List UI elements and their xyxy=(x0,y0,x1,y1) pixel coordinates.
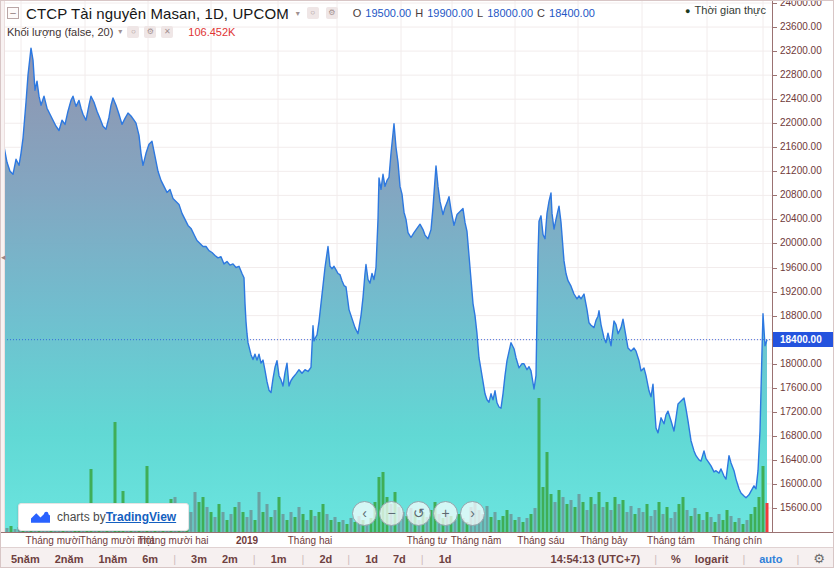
toolbar-separator: | xyxy=(173,553,176,565)
axis-tick xyxy=(773,436,777,437)
month-label: Tháng bảy xyxy=(580,535,627,546)
auto-scale-button[interactable]: auto xyxy=(759,553,782,565)
zoom-out-button[interactable]: − xyxy=(379,501,404,526)
ohlc-label: C xyxy=(537,7,545,19)
clock-label[interactable]: 14:54:13 (UTC+7) xyxy=(551,553,641,565)
bottom-toolbar: 5năm2năm1năm6m|3m2m|1m|2d|1d7d|1d 14:54:… xyxy=(1,547,834,568)
time-axis[interactable]: Tháng mườiTháng mười mộtTháng mười hai20… xyxy=(1,532,834,547)
range-button-1d[interactable]: 1d xyxy=(439,553,452,565)
tradingview-logo-icon xyxy=(31,511,50,523)
scroll-right-button[interactable]: › xyxy=(460,501,485,526)
indicator-settings-icon[interactable]: ⚙ xyxy=(144,26,156,38)
realtime-dot-icon: ● xyxy=(685,6,690,16)
price-tick-label: 21600.00 xyxy=(780,141,822,152)
axis-tick xyxy=(773,243,777,244)
axis-tick xyxy=(773,364,777,365)
current-price-chip: 18400.00 xyxy=(773,332,834,347)
month-label: 2019 xyxy=(236,535,258,546)
price-tick-label: 19600.00 xyxy=(780,262,822,273)
price-tick-label: 19200.00 xyxy=(780,286,822,297)
series-settings-icon[interactable]: ⚙ xyxy=(326,7,338,19)
indicator-delete-icon[interactable]: ✕ xyxy=(161,26,173,38)
axis-tick xyxy=(773,75,777,76)
axis-tick xyxy=(773,412,777,413)
range-button-6m[interactable]: 6m xyxy=(142,553,158,565)
price-tick-label: 22000.00 xyxy=(780,117,822,128)
ohlc-value: 18400.00 xyxy=(549,7,595,19)
range-button-5năm[interactable]: 5năm xyxy=(11,553,40,565)
month-label: Tháng sáu xyxy=(517,535,564,546)
chart-window: ◂ – CTCP Tài nguyên Masan, 1D, UPCOM ▾ ○… xyxy=(0,0,834,568)
axis-tick xyxy=(773,195,777,196)
range-button-2d[interactable]: 2d xyxy=(319,553,332,565)
month-label: Tháng tám xyxy=(647,535,695,546)
price-tick-label: 22800.00 xyxy=(780,69,822,80)
reset-view-button[interactable]: ↺ xyxy=(406,501,431,526)
settings-gear-icon[interactable]: ⚙ xyxy=(813,551,825,566)
price-area-chart[interactable] xyxy=(1,1,772,532)
price-tick-label: 16800.00 xyxy=(780,430,822,441)
ohlc-value: 18000.00 xyxy=(487,7,533,19)
ohlc-label: L xyxy=(477,7,483,19)
price-tick-label: 24000.00 xyxy=(780,1,822,8)
axis-tick xyxy=(773,460,777,461)
chevron-down-icon[interactable]: ▾ xyxy=(118,27,122,36)
collapse-toolbar-icon[interactable]: ◂ xyxy=(1,253,6,262)
log-scale-button[interactable]: logarit xyxy=(695,553,729,565)
scroll-left-button[interactable]: ‹ xyxy=(352,501,377,526)
ohlc-values: O19500.00H19900.00L18000.00C18400.00 xyxy=(353,7,595,19)
price-tick-label: 16000.00 xyxy=(780,478,822,489)
axis-tick xyxy=(773,219,777,220)
percent-scale-button[interactable]: % xyxy=(671,553,681,565)
range-button-1m[interactable]: 1m xyxy=(271,553,287,565)
range-button-2m[interactable]: 2m xyxy=(222,553,238,565)
tradingview-link[interactable]: TradingView xyxy=(106,510,176,524)
series-eye-icon[interactable]: ○ xyxy=(307,7,319,19)
price-axis[interactable]: 24000.0023600.0023200.0022800.0022400.00… xyxy=(772,1,834,532)
axis-tick xyxy=(773,27,777,28)
toolbar-separator: | xyxy=(253,553,256,565)
month-label: Tháng tư xyxy=(407,535,448,546)
price-tick-label: 23600.00 xyxy=(780,21,822,32)
axis-tick xyxy=(773,3,777,4)
axis-tick xyxy=(773,99,777,100)
price-tick-label: 18800.00 xyxy=(780,310,822,321)
toolbar-separator: | xyxy=(347,553,350,565)
ohlc-value: 19500.00 xyxy=(365,7,411,19)
price-tick-label: 17200.00 xyxy=(780,406,822,417)
axis-tick xyxy=(773,171,777,172)
range-button-7d[interactable]: 7d xyxy=(393,553,406,565)
price-tick-label: 22400.00 xyxy=(780,93,822,104)
zoom-in-button[interactable]: + xyxy=(433,501,458,526)
range-button-2năm[interactable]: 2năm xyxy=(55,553,84,565)
range-button-3m[interactable]: 3m xyxy=(191,553,207,565)
price-tick-label: 20800.00 xyxy=(780,189,822,200)
price-tick-label: 20000.00 xyxy=(780,237,822,248)
chevron-down-icon[interactable]: ▾ xyxy=(296,9,300,18)
axis-tick xyxy=(773,51,777,52)
month-label: Tháng mười xyxy=(26,535,81,546)
price-tick-label: 18000.00 xyxy=(780,358,822,369)
price-tick-label: 23200.00 xyxy=(780,45,822,56)
toolbar-separator: | xyxy=(302,553,305,565)
chart-nav-buttons: ‹−↺+› xyxy=(352,501,485,526)
range-button-1d[interactable]: 1d xyxy=(365,553,378,565)
axis-tick xyxy=(773,388,777,389)
legend-collapse-icon[interactable]: – xyxy=(7,7,19,19)
toolbar-separator: | xyxy=(421,553,424,565)
symbol-title[interactable]: CTCP Tài nguyên Masan, 1D, UPCOM xyxy=(26,5,289,22)
price-tick-label: 17600.00 xyxy=(780,382,822,393)
price-tick-label: 20400.00 xyxy=(780,213,822,224)
ohlc-label: H xyxy=(415,7,423,19)
month-label: Tháng mười hai xyxy=(137,535,208,546)
axis-tick xyxy=(773,147,777,148)
axis-tick xyxy=(773,316,777,317)
ohlc-label: O xyxy=(353,7,362,19)
price-tick-label: 21200.00 xyxy=(780,165,822,176)
axis-tick xyxy=(773,268,777,269)
range-button-1năm[interactable]: 1năm xyxy=(99,553,128,565)
month-label: Tháng chín xyxy=(712,535,762,546)
indicator-eye-icon[interactable]: ○ xyxy=(127,26,139,38)
price-tick-label: 15600.00 xyxy=(780,502,822,513)
tradingview-branding: charts by TradingView xyxy=(18,503,189,531)
